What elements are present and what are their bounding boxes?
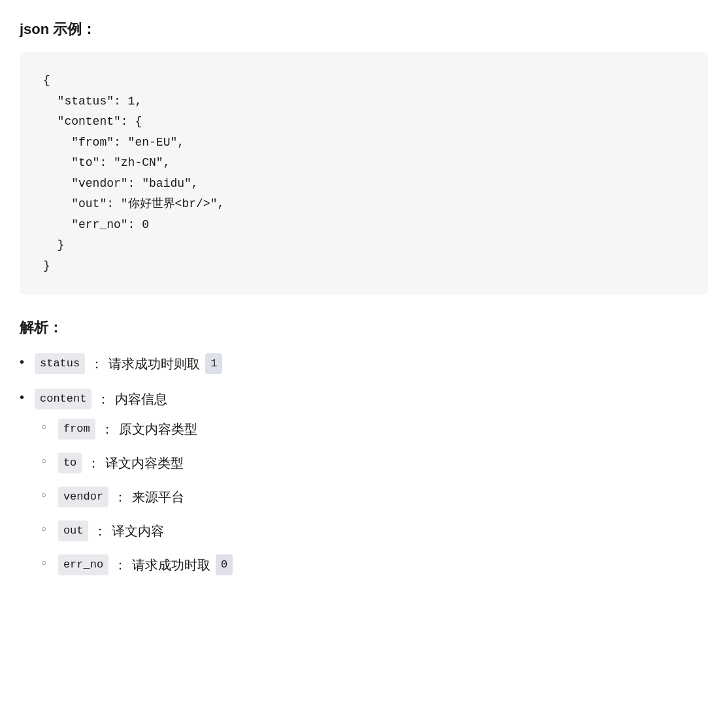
sub-list: ○ from ： 原文内容类型 ○ to ： 译文内容类型 [41,419,708,575]
sub-list-item: ○ err_no ： 请求成功时取 0 [41,554,708,575]
field-desc: 来源平台 [132,487,184,507]
field-desc: 内容信息 [115,389,167,409]
parse-title: 解析： [20,318,708,338]
field-desc: 请求成功时则取 [108,353,200,374]
sub-list-item: ○ from ： 原文内容类型 [41,419,708,440]
field-badge: 1 [205,353,222,374]
sub-list-item: ○ to ： 译文内容类型 [41,453,708,473]
colon: ： [90,353,103,374]
sub-item-text: to ： 译文内容类型 [58,453,184,473]
field-code: from [58,419,95,439]
sub-item-text: vendor ： 来源平台 [58,487,184,507]
field-desc: 请求成功时取 [132,554,210,575]
field-code: out [58,520,89,541]
code-block: { "status": 1, "content": { "from": "en-… [20,52,708,295]
sub-item-text: err_no ： 请求成功时取 0 [58,554,233,575]
sub-list-item: ○ out ： 译文内容 [41,520,708,541]
field-desc: 原文内容类型 [119,419,197,440]
list-item-text: status ： 请求成功时则取 1 [35,353,708,374]
colon: ： [97,389,110,409]
list-item-content: content ： 内容信息 ○ from ： 原文内容类型 [35,389,708,588]
json-title: json 示例： [20,20,708,39]
bullet-icon: • [20,390,24,405]
field-code: status [35,353,85,374]
colon: ： [101,419,114,440]
circle-icon: ○ [41,558,46,568]
bullet-icon: • [20,355,24,370]
circle-icon: ○ [41,456,46,466]
field-desc: 译文内容 [112,520,164,541]
colon: ： [114,554,127,575]
circle-icon: ○ [41,524,46,534]
colon: ： [114,487,127,507]
field-code: content [35,389,91,409]
sub-item-text: out ： 译文内容 [58,520,165,541]
circle-icon: ○ [41,422,46,432]
colon: ： [93,520,107,541]
list-item-content: status ： 请求成功时则取 1 [35,353,708,374]
list-item: • status ： 请求成功时则取 1 [20,353,708,374]
field-desc: 译文内容类型 [105,453,184,473]
sub-item-text: from ： 原文内容类型 [58,419,197,440]
field-code: vendor [58,487,108,507]
list-item: • content ： 内容信息 ○ from ： 原文内容类型 [20,389,708,588]
field-code: err_no [58,554,108,575]
page-container: json 示例： { "status": 1, "content": { "fr… [20,20,708,588]
top-list: • status ： 请求成功时则取 1 • content ： 内容信息 [20,353,708,588]
field-badge: 0 [216,554,233,575]
list-item-text: content ： 内容信息 [35,389,708,409]
field-code: to [58,453,82,473]
circle-icon: ○ [41,490,46,500]
sub-list-item: ○ vendor ： 来源平台 [41,487,708,507]
colon: ： [87,453,100,473]
